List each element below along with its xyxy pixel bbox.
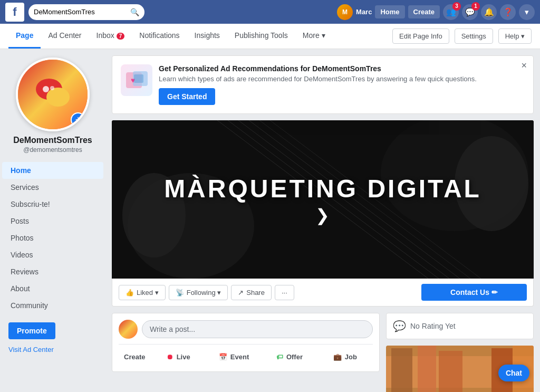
menu-icon-btn[interactable]: ▾ <box>519 4 535 20</box>
post-avatar <box>119 320 138 339</box>
search-icon: 🔍 <box>130 8 139 16</box>
tab-inbox[interactable]: Inbox7 <box>89 24 132 49</box>
messages-badge: 1 <box>471 2 480 11</box>
share-button[interactable]: ↗ Share <box>231 285 272 300</box>
user-info[interactable]: M Marc <box>337 4 372 20</box>
page-avatar: + <box>16 58 90 131</box>
svg-rect-21 <box>391 348 412 392</box>
tab-publishing-tools[interactable]: Publishing Tools <box>227 24 295 49</box>
more-icon: ··· <box>282 289 287 297</box>
left-col: Write a post... Create ⏺ Live 📅 Event <box>112 313 380 392</box>
create-label: Create <box>119 349 150 365</box>
create-post-top: Write a post... <box>119 320 373 339</box>
sidebar-item-services[interactable]: Services <box>2 179 103 196</box>
sec-nav-right: Edit Page Info Settings Help ▾ <box>392 28 532 44</box>
ad-banner-content: Get Personalized Ad Recommendations for … <box>159 64 525 105</box>
chat-bubble[interactable]: Chat <box>498 365 529 381</box>
messages-icon-btn[interactable]: 💬 1 <box>462 4 478 20</box>
event-button[interactable]: 📅 Event <box>206 349 262 365</box>
sidebar-item-photos[interactable]: Photos <box>2 230 103 246</box>
tab-insights[interactable]: Insights <box>187 24 227 49</box>
user-name: Marc <box>356 8 372 16</box>
cover-text-wrap: MÀRQUETING DIGITAL ❯ <box>164 174 481 225</box>
svg-point-1 <box>46 88 70 107</box>
create-post-area: Write a post... Create ⏺ Live 📅 Event <box>112 313 380 372</box>
close-ad-banner-button[interactable]: × <box>521 60 527 71</box>
rating-card: 💬 No Rating Yet <box>386 313 534 339</box>
live-label: Live <box>177 353 190 361</box>
sidebar-item-about[interactable]: About <box>2 280 103 297</box>
following-button[interactable]: 📡 Following ▾ <box>169 285 228 300</box>
sidebar-item-reviews[interactable]: Reviews <box>2 263 103 280</box>
tab-page[interactable]: Page <box>8 24 41 49</box>
job-label: Job <box>345 353 357 361</box>
notifications-icon-btn[interactable]: 🔔 <box>481 4 497 20</box>
tab-notifications[interactable]: Notifications <box>132 24 187 49</box>
sec-nav-left: Page Ad Center Inbox7 Notifications Insi… <box>8 24 392 49</box>
ad-banner-icon: ♥ <box>121 64 152 96</box>
job-icon: 💼 <box>333 353 342 361</box>
right-content: ♥ Get Personalized Ad Recommendations fo… <box>105 49 540 392</box>
rss-icon: 📡 <box>176 289 184 297</box>
event-icon: 📅 <box>219 353 227 361</box>
left-sidebar: + DeMomentSomTres @demomentsomtres Home … <box>0 49 105 392</box>
action-bar: 👍 Liked ▾ 📡 Following ▾ ↗ Share ··· Cont… <box>112 279 534 307</box>
write-post-input[interactable]: Write a post... <box>142 320 373 338</box>
facebook-logo: f <box>5 3 24 22</box>
help-icon-btn[interactable]: ❓ <box>500 4 516 20</box>
visit-ad-center-link[interactable]: Visit Ad Center <box>0 343 105 356</box>
top-bar-right: M Marc Home Create 👥 3 💬 1 🔔 ❓ ▾ <box>337 4 535 20</box>
bottom-row: Write a post... Create ⏺ Live 📅 Event <box>112 313 534 392</box>
sidebar-nav: Home Services Subscriu-te! Posts Photos … <box>0 158 105 318</box>
sidebar-item-videos[interactable]: Videos <box>2 246 103 263</box>
ad-banner-desc: Learn which types of ads are recommended… <box>159 75 525 83</box>
sidebar-item-posts[interactable]: Posts <box>2 213 103 230</box>
svg-point-3 <box>50 86 54 90</box>
secondary-navbar: Page Ad Center Inbox7 Notifications Insi… <box>0 24 540 49</box>
sidebar-item-subscriu[interactable]: Subscriu-te! <box>2 196 103 213</box>
avatar-add-button[interactable]: + <box>71 112 85 127</box>
home-nav-btn[interactable]: Home <box>375 5 404 18</box>
sidebar-item-community[interactable]: Community <box>2 297 103 314</box>
svg-rect-7 <box>134 74 143 83</box>
share-label: Share <box>246 289 265 297</box>
event-label: Event <box>230 353 249 361</box>
main-container: + DeMomentSomTres @demomentsomtres Home … <box>0 49 540 392</box>
search-input[interactable] <box>34 8 130 16</box>
page-logo-svg <box>29 73 76 116</box>
following-label: Following ▾ <box>187 289 221 297</box>
contact-us-button[interactable]: Contact Us ✏ <box>421 284 527 301</box>
page-handle: @demomentsomtres <box>23 146 82 154</box>
svg-rect-23 <box>439 351 462 392</box>
get-started-button[interactable]: Get Started <box>159 88 215 105</box>
create-nav-btn[interactable]: Create <box>408 5 440 18</box>
live-button[interactable]: ⏺ Live <box>150 349 206 365</box>
top-navbar: f 🔍 M Marc Home Create 👥 3 💬 1 🔔 ❓ ▾ <box>0 0 540 24</box>
settings-btn[interactable]: Settings <box>455 28 493 44</box>
liked-label: Liked ▾ <box>137 289 159 297</box>
tab-adcenter[interactable]: Ad Center <box>41 24 89 49</box>
search-bar[interactable]: 🔍 <box>28 4 144 20</box>
page-name: DeMomentSomTres <box>13 136 92 145</box>
ad-banner-title: Get Personalized Ad Recommendations for … <box>159 64 525 73</box>
cover-chevron-icon: ❯ <box>164 205 481 225</box>
page-avatar-wrap: + DeMomentSomTres @demomentsomtres <box>0 49 105 158</box>
friends-icon-btn[interactable]: 👥 3 <box>443 4 459 20</box>
help-btn[interactable]: Help ▾ <box>498 28 532 44</box>
more-options-button[interactable]: ··· <box>275 285 294 300</box>
tab-more[interactable]: More ▾ <box>295 24 333 49</box>
sidebar-item-home[interactable]: Home <box>2 162 103 179</box>
edit-page-info-btn[interactable]: Edit Page Info <box>392 28 449 44</box>
offer-label: Offer <box>286 353 303 361</box>
rating-text: No Rating Yet <box>410 322 456 330</box>
promote-button[interactable]: Promote <box>8 322 55 339</box>
svg-point-2 <box>43 86 49 92</box>
job-button[interactable]: 💼 Job <box>317 349 373 365</box>
offer-icon: 🏷 <box>276 353 283 361</box>
offer-button[interactable]: 🏷 Offer <box>262 349 317 365</box>
create-type-btns: Create ⏺ Live 📅 Event 🏷 Offer <box>119 344 373 365</box>
rating-icon: 💬 <box>393 320 406 332</box>
ad-icon-svg: ♥ <box>123 67 150 93</box>
liked-button[interactable]: 👍 Liked ▾ <box>119 285 166 300</box>
cover-main-text: MÀRQUETING DIGITAL <box>164 174 481 203</box>
